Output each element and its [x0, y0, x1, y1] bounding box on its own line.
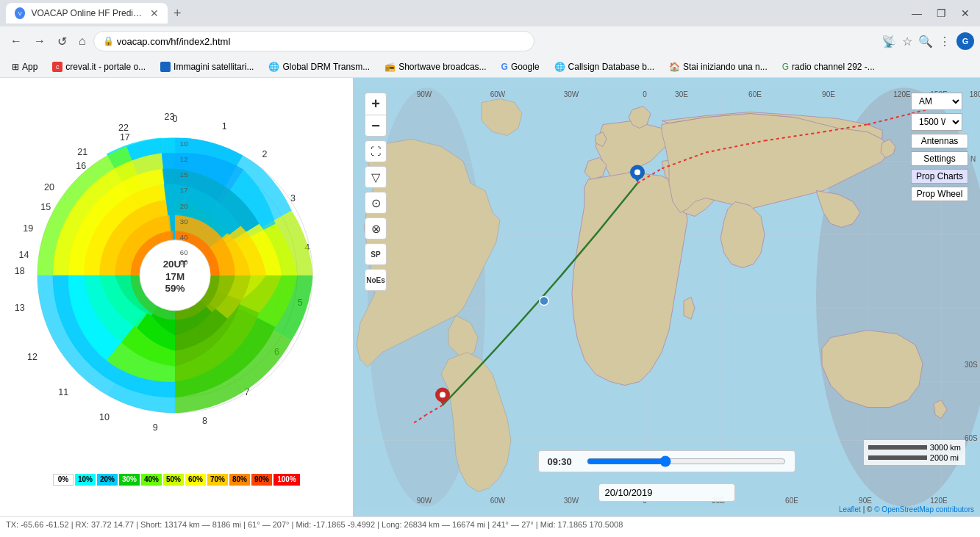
immagini-icon: [160, 62, 171, 72]
new-tab-button[interactable]: +: [168, 3, 187, 24]
triangle-button[interactable]: ▽: [365, 166, 387, 188]
address-bar: ← → ↺ ⌂ 🔒 voacap.com/hf/index2.html 📡 ☆ …: [0, 26, 980, 56]
svg-text:2: 2: [262, 149, 268, 159]
bookmark-sw-label: Shortwave broadcas...: [398, 62, 486, 72]
svg-text:10: 10: [180, 139, 188, 147]
svg-text:23: 23: [164, 112, 174, 122]
date-input[interactable]: [598, 483, 735, 502]
svg-text:30: 30: [180, 217, 188, 225]
browser-chrome: V VOACAP Online HF Predictions ✕ + — ❐ ✕…: [0, 0, 980, 78]
status-bar: TX: -65.66 -61.52 | RX: 37.72 14.77 | Sh…: [0, 516, 980, 531]
reload-button[interactable]: ↺: [53, 32, 71, 51]
svg-text:30W: 30W: [564, 90, 579, 98]
noes-button[interactable]: NoEs: [365, 269, 387, 291]
bookmark-creval[interactable]: c creval.it - portale o...: [46, 60, 151, 73]
noes-label: NoEs: [366, 276, 385, 284]
svg-text:18: 18: [15, 265, 25, 275]
svg-text:60W: 60W: [490, 90, 506, 98]
svg-text:59%: 59%: [165, 282, 185, 293]
time-label: 09:30: [548, 456, 581, 467]
toolbar-right: 📡 ☆ 🔍 ⋮ G: [881, 32, 974, 50]
bookmark-drm[interactable]: 🌐 Global DRM Transm...: [262, 60, 376, 73]
settings-button[interactable]: Settings: [911, 151, 968, 166]
svg-point-89: [440, 392, 446, 398]
bookmark-stai-label: Stai iniziando una n...: [683, 62, 768, 72]
legend-bar: 0% 10% 20% 30% 40% 50% 60%: [53, 474, 300, 486]
tab-close-button[interactable]: ✕: [150, 7, 159, 19]
window-controls: — ❐ ✕: [907, 6, 974, 21]
cast-icon[interactable]: 📡: [881, 35, 896, 48]
svg-text:10: 10: [99, 411, 110, 422]
minimize-button[interactable]: —: [907, 6, 926, 21]
power-select[interactable]: 1500 W 1000 W 500 W: [911, 113, 962, 131]
svg-text:8: 8: [202, 415, 207, 425]
circle-dot-button[interactable]: ⊙: [365, 192, 387, 214]
search-icon[interactable]: 🔍: [918, 35, 933, 48]
svg-text:15: 15: [40, 202, 51, 212]
osm-link[interactable]: © OpenStreetMap contributors: [874, 505, 974, 513]
prop-wheel-button[interactable]: Prop Wheel: [911, 187, 968, 201]
svg-text:16: 16: [76, 160, 86, 170]
bookmark-star-icon[interactable]: ☆: [902, 35, 912, 48]
sp-button[interactable]: SP: [365, 243, 387, 265]
zoom-out-button[interactable]: −: [365, 115, 387, 137]
bookmark-stai[interactable]: 🏠 Stai iniziando una n...: [663, 60, 773, 73]
bookmark-immagini[interactable]: Immagini satellitari...: [154, 60, 260, 73]
forward-button[interactable]: →: [29, 32, 50, 51]
bookmark-immagini-label: Immagini satellitari...: [174, 62, 254, 72]
bookmark-drm-label: Global DRM Transm...: [282, 62, 370, 72]
back-button[interactable]: ←: [6, 32, 26, 51]
polar-panel: 0 1 2 3 4 5 6 7 8 9 10 11 12 13 14 15 16…: [0, 78, 353, 516]
zoom-controls: + −: [365, 93, 387, 137]
browser-tab[interactable]: V VOACAP Online HF Predictions ✕: [6, 3, 168, 24]
svg-text:N: N: [970, 155, 976, 163]
svg-text:120E: 120E: [930, 497, 948, 505]
circle-x-button[interactable]: ⊗: [365, 217, 387, 239]
legend-50pct: 50%: [163, 474, 184, 486]
svg-text:1: 1: [222, 120, 227, 131]
title-bar: V VOACAP Online HF Predictions ✕ + — ❐ ✕: [0, 0, 980, 26]
user-avatar[interactable]: G: [956, 32, 974, 50]
svg-point-84: [540, 297, 548, 306]
maximize-button[interactable]: ❐: [932, 6, 951, 21]
legend-40pct: 40%: [141, 474, 162, 486]
svg-text:12: 12: [27, 352, 37, 362]
polar-chart-svg: 0 1 2 3 4 5 6 7 8 9 10 11 12 13 14 15 16…: [7, 109, 346, 469]
bookmark-app[interactable]: ⊞ App: [6, 60, 43, 73]
main-content: 0 1 2 3 4 5 6 7 8 9 10 11 12 13 14 15 16…: [0, 78, 980, 516]
svg-text:22: 22: [118, 122, 129, 132]
google-icon: G: [501, 62, 508, 72]
svg-text:60E: 60E: [785, 497, 798, 505]
sw-icon: 📻: [385, 62, 396, 72]
svg-text:30E: 30E: [675, 90, 688, 98]
scale-2000mi: 2000 mi: [930, 453, 959, 462]
map-panel[interactable]: 90W 60W 30W 0 30E 60E 90E 120E 150E 180 …: [353, 78, 980, 516]
fullscreen-button[interactable]: ⛶: [365, 140, 387, 162]
map-attribution: Leaflet | © © OpenStreetMap contributors: [839, 505, 974, 513]
polar-chart-container: 0 1 2 3 4 5 6 7 8 9 10 11 12 13 14 15 16…: [0, 78, 353, 516]
zoom-in-button[interactable]: +: [365, 93, 387, 115]
legend-0pct: 0%: [53, 474, 74, 486]
svg-text:21: 21: [77, 147, 87, 157]
close-button[interactable]: ✕: [956, 6, 974, 21]
menu-icon[interactable]: ⋮: [939, 35, 951, 48]
map-scale: 3000 km 2000 mi: [864, 440, 965, 465]
time-slider[interactable]: [587, 455, 786, 467]
sp-label: SP: [371, 251, 380, 259]
antennas-button[interactable]: Antennas: [911, 134, 968, 148]
apps-icon: ⊞: [12, 62, 19, 72]
svg-text:15: 15: [180, 170, 188, 179]
address-input[interactable]: 🔒 voacap.com/hf/index2.html: [93, 31, 534, 51]
bookmark-sw[interactable]: 📻 Shortwave broadcas...: [379, 60, 492, 73]
bookmark-google[interactable]: G Google: [496, 60, 546, 73]
bookmark-radio292[interactable]: G radio channel 292 -...: [776, 60, 881, 73]
am-select[interactable]: AM GM: [911, 93, 962, 110]
bookmark-callsign[interactable]: 🌐 Callsign Database b...: [548, 60, 660, 73]
prop-charts-button[interactable]: Prop Charts: [911, 169, 968, 184]
scale-3000km: 3000 km: [930, 443, 961, 452]
callsign-icon: 🌐: [554, 62, 565, 72]
leaflet-link[interactable]: Leaflet: [839, 505, 861, 513]
svg-text:17: 17: [180, 186, 188, 194]
creval-icon: c: [52, 62, 62, 72]
home-button[interactable]: ⌂: [74, 32, 90, 51]
